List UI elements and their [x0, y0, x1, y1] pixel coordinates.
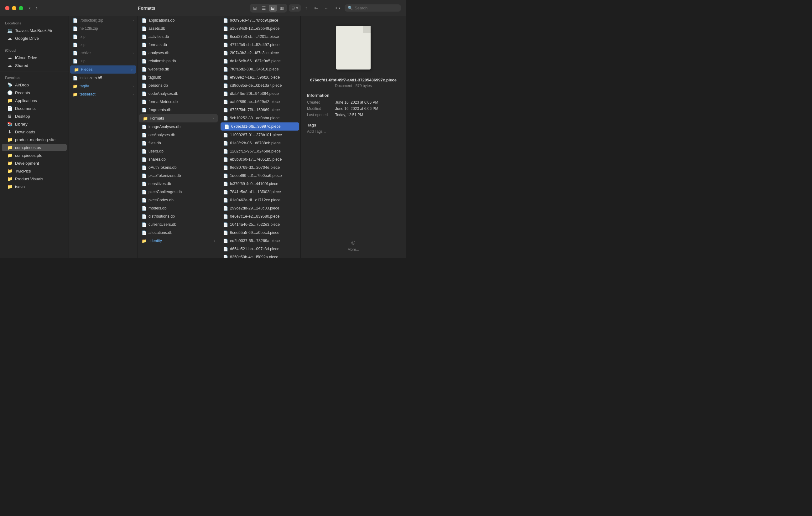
sidebar-item-development[interactable]: 📁 Development [2, 159, 67, 167]
sidebar-item-library[interactable]: 📚 Library [2, 120, 67, 128]
sidebar-item-com-pieces-os[interactable]: 📁 com.pieces.os [2, 144, 67, 151]
sidebar-item-shared[interactable]: ☁ Shared [2, 62, 67, 69]
sidebar-item-recents[interactable]: 🕐 Recents [2, 89, 67, 96]
list-item[interactable]: 📄 7f8fa6d2-30e...346f10.piece [219, 65, 300, 73]
more-actions-button[interactable]: ··· [323, 4, 331, 11]
close-button[interactable] [5, 6, 9, 10]
list-item[interactable]: 📄 currentUsers.db [138, 220, 219, 229]
back-button[interactable]: ‹ [27, 4, 33, 12]
pieces-folder[interactable]: 📁 Pieces › [70, 65, 136, 73]
list-item[interactable]: 📄 activities.db [138, 33, 219, 41]
list-item[interactable]: 📄 imageAnalyses.db [138, 123, 219, 131]
identity-folder[interactable]: 📁 .identity › [138, 237, 219, 245]
list-item[interactable]: 📄 .zip [69, 57, 138, 65]
list-item[interactable]: 📄 shares.db [138, 155, 219, 163]
list-item[interactable]: 📄 cd9d085a-de...0be13a7.piece [219, 82, 300, 90]
list-item[interactable]: 📄 6ccd27b3-cb...c4201a.piece [219, 33, 300, 41]
list-item[interactable]: 📄 1deeef99-cd1...7fe0ea6.piece [219, 172, 300, 180]
sidebar-item-desktop[interactable]: 🖥 Desktop [2, 113, 67, 120]
forward-button[interactable]: › [34, 4, 39, 12]
list-item[interactable]: 📄 relationships.db [138, 57, 219, 65]
list-item[interactable]: 📄 d654c521-bb...097c8d.piece [219, 245, 300, 253]
list-item[interactable]: 📄 6725f5bb-7f9...159669.piece [219, 106, 300, 114]
list-item[interactable]: 📄 .rchive › [69, 49, 138, 57]
sidebar-item-macbook[interactable]: 💻 Tsavo's MacBook Air [2, 27, 67, 34]
list-item[interactable]: 📄 8350c50b-4c...f5092a.piece [219, 253, 300, 258]
list-item[interactable]: 📄 11090287-01...378b101.piece [219, 131, 300, 139]
list-item[interactable]: 📄 eb8b8c60-17...7e051b5.piece [219, 155, 300, 163]
view-icon-btn[interactable]: ⊞ [251, 5, 259, 11]
list-item[interactable]: 📄 .zip [69, 41, 138, 49]
list-item[interactable]: 📄 pkceTokenizers.db [138, 172, 219, 180]
sidebar-item-twicpics[interactable]: 📁 TwicPics [2, 167, 67, 175]
search-input[interactable] [355, 6, 398, 10]
list-item[interactable]: 📄 9ed80769-d3...20704e.piece [219, 163, 300, 172]
list-item[interactable]: 📄 pkceChallenges.db [138, 188, 219, 196]
list-item[interactable]: 📄 dfab4fbe-20f...945394.piece [219, 90, 300, 98]
list-item[interactable]: 📄 users.db [138, 147, 219, 155]
list-item[interactable]: 📄 sensitives.db [138, 180, 219, 188]
list-item[interactable]: 📄 allocations.db [138, 229, 219, 237]
list-item[interactable]: 📄 299ce2dd-29...248c03.piece [219, 204, 300, 212]
list-item[interactable]: 📄 61a3fc2b-06...d8788eb.piece [219, 139, 300, 147]
list-item[interactable]: 📄 formatMetrics.db [138, 98, 219, 106]
sidebar-item-downloads[interactable]: ⬇ Downloads [2, 128, 67, 135]
list-item[interactable]: 📄 files.db [138, 139, 219, 147]
sidebar-item-documents[interactable]: 📄 Documents [2, 104, 67, 112]
list-item[interactable]: 📄 6cee55a5-69...a0becd.piece [219, 229, 300, 237]
sidebar-item-applications[interactable]: 📁 Applications [2, 97, 67, 104]
view-group-btn[interactable]: ⊞ ▾ [289, 4, 301, 11]
tesseract-folder[interactable]: 📁 tesseract › [69, 90, 138, 98]
list-item[interactable]: 📄 7841e5a8-af1...18f002f.piece [219, 188, 300, 196]
sidebar-item-airdrop[interactable]: 📡 AirDrop [2, 81, 67, 89]
list-item[interactable]: 📄 da1e6cfb-66...627e9a5.piece [219, 57, 300, 65]
add-tags-button[interactable]: Add Tags... [307, 129, 400, 134]
list-item[interactable]: 📄 9cb10252-88...ad0bba.piece [219, 114, 300, 122]
list-item[interactable]: 📄 distributions.db [138, 212, 219, 220]
tag-button[interactable]: 🏷 [312, 4, 321, 11]
list-item[interactable]: 📄 analyses.db [138, 49, 219, 57]
list-item[interactable]: 📄 models.db [138, 204, 219, 212]
view-column-btn[interactable]: ⊟ [269, 5, 277, 11]
list-item[interactable]: 📄 0e6e7c1e-e2...839580.piece [219, 212, 300, 220]
view-gallery-btn[interactable]: ▦ [278, 5, 286, 11]
sidebar-item-tsavo[interactable]: 📁 tsavo [2, 183, 67, 190]
list-item[interactable]: 📄 aab9f889-ae...b629ef2.piece [219, 98, 300, 106]
list-item[interactable]: 📄 fc379f69-4c0...44100f.piece [219, 180, 300, 188]
view-list-btn[interactable]: ☰ [260, 5, 268, 11]
selected-file[interactable]: 📄 676ecfd1-6fb...36997c.piece [221, 122, 299, 130]
share-button[interactable]: ↑ [302, 4, 310, 11]
list-item[interactable]: 📄 pkceCodes.db [138, 196, 219, 204]
fullscreen-button[interactable] [19, 6, 23, 10]
sidebar-item-product-marketing-site[interactable]: 📁 product-marketing-site [2, 136, 67, 143]
list-item[interactable]: 📄 websites.db [138, 65, 219, 73]
location-button[interactable]: ⌖ ▾ [333, 4, 343, 12]
sidebar-item-icloud-drive[interactable]: ☁ iCloud Drive [2, 54, 67, 61]
more-icon[interactable]: ☺ [350, 239, 356, 246]
sidebar-item-googledrive[interactable]: ☁ Google Drive [2, 34, 67, 42]
list-item[interactable]: 📄 formats.db [138, 41, 219, 49]
list-item[interactable]: 📄 9c0f95e3-47...78fcd9f.piece [219, 16, 300, 24]
list-item[interactable]: 📄 2f0740b3-c2...f87c3cc.piece [219, 49, 300, 57]
list-item[interactable]: 📄 applications.db [138, 16, 219, 24]
list-item[interactable]: 📄 oAuthTokens.db [138, 163, 219, 172]
list-item[interactable]: 📄 codeAnalyses.db [138, 90, 219, 98]
list-item[interactable]: 📄 4774ffb9-cbd...52d497.piece [219, 41, 300, 49]
list-item[interactable]: 📄 ocrAnalyses.db [138, 131, 219, 139]
more-label[interactable]: More... [347, 247, 359, 252]
list-item[interactable]: 📄 01e0462a-df...c1712ce.piece [219, 196, 300, 204]
sidebar-item-com-pieces-pfd[interactable]: 📁 com.pieces.pfd [2, 152, 67, 159]
list-item[interactable]: 📄 .zip [69, 33, 138, 41]
sidebar-item-product-visuals[interactable]: 📁 Product Visuals [2, 175, 67, 183]
list-item[interactable]: 📄 fragments.db [138, 106, 219, 114]
list-item[interactable]: 📄 .roduction).zip › [69, 16, 138, 24]
list-item[interactable]: 📄 persons.db [138, 82, 219, 90]
list-item[interactable]: 📄 1202cf15-957...d2458e.piece [219, 147, 300, 155]
tagify-folder[interactable]: 📁 tagify › [69, 82, 138, 90]
list-item[interactable]: 📄 tags.db [138, 73, 219, 82]
minimize-button[interactable] [12, 6, 16, 10]
list-item[interactable]: 📄 ne 12th.zip [69, 24, 138, 33]
list-item[interactable]: 📄 ed2b9037-55...78269a.piece [219, 237, 300, 245]
list-item[interactable]: 📄 a16784c9-12...e3bb49.piece [219, 24, 300, 33]
list-item[interactable]: 📄 ef909e27-1e1...59bf26.piece [219, 73, 300, 82]
